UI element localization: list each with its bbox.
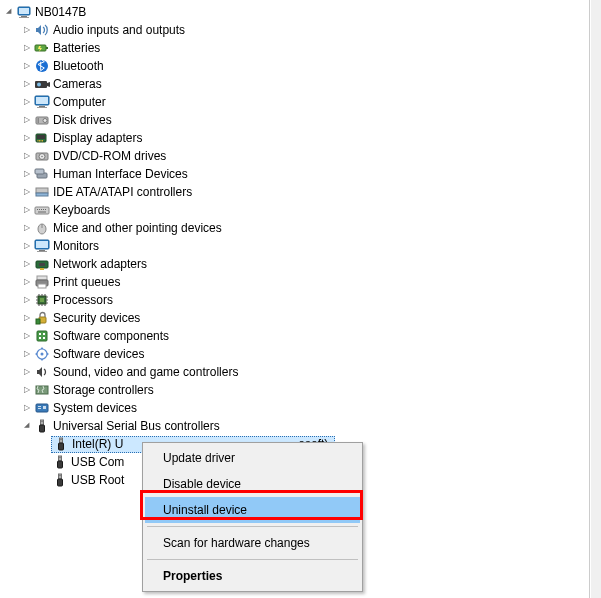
tree-item[interactable]: Computer (2, 93, 587, 111)
tree-root[interactable]: NB0147B (2, 3, 587, 21)
usb-category-label: Universal Serial Bus controllers (51, 417, 220, 435)
security-icon (33, 310, 51, 326)
battery-icon (33, 40, 51, 56)
camera-icon (33, 76, 51, 92)
menu-properties[interactable]: Properties (145, 563, 360, 589)
category-label: IDE ATA/ATAPI controllers (51, 183, 192, 201)
category-label: Audio inputs and outputs (51, 21, 185, 39)
storage-icon (33, 382, 51, 398)
category-label: Software components (51, 327, 169, 345)
tree-item[interactable]: Cameras (2, 75, 587, 93)
chevron-collapsed-icon[interactable] (20, 222, 33, 235)
tree-item[interactable]: Display adapters (2, 129, 587, 147)
category-label: Storage controllers (51, 381, 154, 399)
chevron-collapsed-icon[interactable] (20, 114, 33, 127)
category-label: Display adapters (51, 129, 142, 147)
tree-item[interactable]: Keyboards (2, 201, 587, 219)
scrollbar[interactable] (591, 0, 601, 598)
computer-icon (33, 94, 51, 110)
device-categories: Audio inputs and outputsBatteriesBluetoo… (2, 21, 587, 417)
tree-item[interactable]: DVD/CD-ROM drives (2, 147, 587, 165)
softdev-icon (33, 346, 51, 362)
category-label: Software devices (51, 345, 144, 363)
chevron-collapsed-icon[interactable] (20, 204, 33, 217)
tree-item[interactable]: Mice and other pointing devices (2, 219, 587, 237)
tree-item[interactable]: Security devices (2, 309, 587, 327)
tree-item[interactable]: Audio inputs and outputs (2, 21, 587, 39)
chevron-collapsed-icon[interactable] (20, 348, 33, 361)
keyboard-icon (33, 202, 51, 218)
usb-icon (51, 454, 69, 470)
category-label: Batteries (51, 39, 100, 57)
root-label: NB0147B (33, 3, 86, 21)
dvd-icon (33, 148, 51, 164)
category-label: Human Interface Devices (51, 165, 188, 183)
printer-icon (33, 274, 51, 290)
mouse-icon (33, 220, 51, 236)
chevron-collapsed-icon[interactable] (20, 132, 33, 145)
category-label: Computer (51, 93, 106, 111)
category-label: Disk drives (51, 111, 112, 129)
category-label: System devices (51, 399, 137, 417)
usb-device-label: USB Root (69, 471, 124, 489)
chevron-collapsed-icon[interactable] (20, 60, 33, 73)
chevron-collapsed-icon[interactable] (20, 312, 33, 325)
chevron-collapsed-icon[interactable] (20, 384, 33, 397)
chevron-collapsed-icon[interactable] (20, 42, 33, 55)
menu-separator (147, 526, 358, 527)
category-label: Processors (51, 291, 113, 309)
tree-item[interactable]: Software devices (2, 345, 587, 363)
chevron-collapsed-icon[interactable] (20, 258, 33, 271)
tree-item[interactable]: Storage controllers (2, 381, 587, 399)
tree-item[interactable]: Software components (2, 327, 587, 345)
menu-uninstall-device[interactable]: Uninstall device (145, 497, 360, 523)
menu-disable-device[interactable]: Disable device (145, 471, 360, 497)
tree-item[interactable]: Monitors (2, 237, 587, 255)
display-icon (33, 130, 51, 146)
usb-device-label: USB Com (69, 453, 124, 471)
processor-icon (33, 292, 51, 308)
chevron-collapsed-icon[interactable] (20, 276, 33, 289)
ide-icon (33, 184, 51, 200)
chevron-collapsed-icon[interactable] (20, 150, 33, 163)
sound-icon (33, 364, 51, 380)
usb-icon (52, 436, 70, 452)
monitor-icon (33, 238, 51, 254)
computer-icon (15, 4, 33, 20)
tree-item[interactable]: Batteries (2, 39, 587, 57)
category-label: Monitors (51, 237, 99, 255)
menu-scan-hardware[interactable]: Scan for hardware changes (145, 530, 360, 556)
chevron-collapsed-icon[interactable] (20, 294, 33, 307)
category-label: Network adapters (51, 255, 147, 273)
tree-item[interactable]: Disk drives (2, 111, 587, 129)
tree-item-usb[interactable]: Universal Serial Bus controllers (2, 417, 587, 435)
network-icon (33, 256, 51, 272)
tree-item[interactable]: Processors (2, 291, 587, 309)
chevron-collapsed-icon[interactable] (20, 240, 33, 253)
bluetooth-icon (33, 58, 51, 74)
tree-item[interactable]: System devices (2, 399, 587, 417)
category-label: Security devices (51, 309, 140, 327)
menu-update-driver[interactable]: Update driver (145, 445, 360, 471)
category-label: Cameras (51, 75, 102, 93)
hid-icon (33, 166, 51, 182)
usb-icon (51, 472, 69, 488)
chevron-collapsed-icon[interactable] (20, 330, 33, 343)
chevron-collapsed-icon[interactable] (20, 186, 33, 199)
chevron-collapsed-icon[interactable] (20, 402, 33, 415)
chevron-collapsed-icon[interactable] (20, 168, 33, 181)
chevron-expanded-icon[interactable] (2, 6, 15, 19)
chevron-expanded-icon[interactable] (20, 420, 33, 433)
chevron-collapsed-icon[interactable] (20, 366, 33, 379)
chevron-collapsed-icon[interactable] (20, 78, 33, 91)
category-label: Keyboards (51, 201, 110, 219)
tree-item[interactable]: Bluetooth (2, 57, 587, 75)
tree-item[interactable]: Human Interface Devices (2, 165, 587, 183)
tree-item[interactable]: Sound, video and game controllers (2, 363, 587, 381)
chevron-collapsed-icon[interactable] (20, 96, 33, 109)
tree-item[interactable]: Network adapters (2, 255, 587, 273)
tree-item[interactable]: Print queues (2, 273, 587, 291)
usb-device-label: Intel(R) U (70, 435, 123, 453)
tree-item[interactable]: IDE ATA/ATAPI controllers (2, 183, 587, 201)
chevron-collapsed-icon[interactable] (20, 24, 33, 37)
